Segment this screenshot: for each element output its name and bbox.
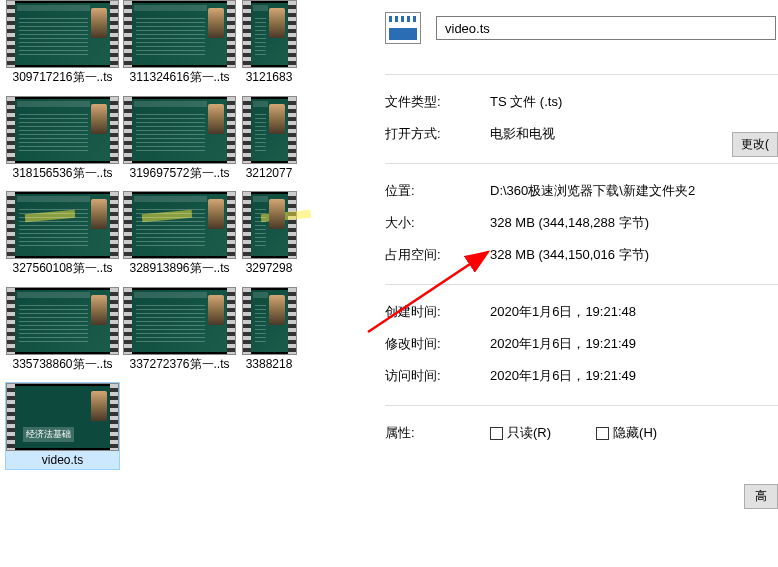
- video-thumbnail: [242, 287, 297, 355]
- video-thumbnail: [6, 287, 119, 355]
- file-explorer-panel: 309717216第一..ts311324616第一..ts3121683318…: [0, 0, 360, 567]
- file-item[interactable]: 319697572第一..ts: [122, 96, 237, 182]
- file-label: 311324616第一..ts: [125, 70, 235, 86]
- video-thumbnail: [242, 0, 297, 68]
- file-label: 319697572第一..ts: [125, 166, 235, 182]
- readonly-checkbox-item[interactable]: 只读(R): [490, 424, 551, 442]
- accessed-value: 2020年1月6日，19:21:49: [490, 367, 778, 385]
- file-label: 327560108第一..ts: [8, 261, 118, 277]
- file-label: 318156536第一..ts: [8, 166, 118, 182]
- created-value: 2020年1月6日，19:21:48: [490, 303, 778, 321]
- modified-label: 修改时间:: [385, 335, 490, 353]
- modified-value: 2020年1月6日，19:21:49: [490, 335, 778, 353]
- file-item[interactable]: 309717216第一..ts: [5, 0, 120, 86]
- video-thumbnail: 经济法基础: [6, 383, 119, 451]
- file-item[interactable]: 经济法基础video.ts: [5, 382, 120, 470]
- file-label: video.ts: [8, 453, 118, 469]
- accessed-label: 访问时间:: [385, 367, 490, 385]
- file-label: 337272376第一..ts: [125, 357, 235, 373]
- video-thumbnail: [6, 96, 119, 164]
- video-thumbnail: [242, 191, 297, 259]
- file-item[interactable]: 3297298: [239, 191, 299, 277]
- hidden-checkbox-item[interactable]: 隐藏(H): [596, 424, 657, 442]
- file-item[interactable]: 318156536第一..ts: [5, 96, 120, 182]
- readonly-checkbox[interactable]: [490, 427, 503, 440]
- video-thumbnail: [123, 287, 236, 355]
- hidden-label: 隐藏(H): [613, 424, 657, 442]
- file-type-label: 文件类型:: [385, 93, 490, 111]
- video-thumbnail: [123, 191, 236, 259]
- file-label: 309717216第一..ts: [8, 70, 118, 86]
- file-item[interactable]: 328913896第一..ts: [122, 191, 237, 277]
- hidden-checkbox[interactable]: [596, 427, 609, 440]
- video-thumbnail: [6, 191, 119, 259]
- advanced-button[interactable]: 高: [744, 484, 778, 509]
- location-value: D:\360极速浏览器下载\新建文件夹2: [490, 182, 778, 200]
- opens-with-label: 打开方式:: [385, 125, 490, 143]
- file-item[interactable]: 337272376第一..ts: [122, 287, 237, 373]
- size-label: 大小:: [385, 214, 490, 232]
- created-label: 创建时间:: [385, 303, 490, 321]
- video-thumbnail: [123, 96, 236, 164]
- file-label: 3121683: [242, 70, 297, 86]
- change-button[interactable]: 更改(: [732, 132, 778, 157]
- file-item[interactable]: 327560108第一..ts: [5, 191, 120, 277]
- attributes-label: 属性:: [385, 424, 490, 442]
- file-type-value: TS 文件 (.ts): [490, 93, 778, 111]
- file-item[interactable]: 3388218: [239, 287, 299, 373]
- location-label: 位置:: [385, 182, 490, 200]
- file-item[interactable]: 311324616第一..ts: [122, 0, 237, 86]
- video-file-icon: [385, 12, 421, 44]
- file-label: 3388218: [242, 357, 297, 373]
- video-thumbnail: [6, 0, 119, 68]
- disk-size-value: 328 MB (344,150,016 字节): [490, 246, 778, 264]
- file-item[interactable]: 3212077: [239, 96, 299, 182]
- readonly-label: 只读(R): [507, 424, 551, 442]
- file-label: 3212077: [242, 166, 297, 182]
- file-item[interactable]: 335738860第一..ts: [5, 287, 120, 373]
- disk-size-label: 占用空间:: [385, 246, 490, 264]
- filename-input[interactable]: [436, 16, 776, 40]
- video-thumbnail: [242, 96, 297, 164]
- file-label: 328913896第一..ts: [125, 261, 235, 277]
- properties-panel: 文件类型: TS 文件 (.ts) 打开方式: 电影和电视 更改( 位置: D:…: [360, 0, 778, 567]
- size-value: 328 MB (344,148,288 字节): [490, 214, 778, 232]
- file-label: 3297298: [242, 261, 297, 277]
- video-thumbnail: [123, 0, 236, 68]
- file-item[interactable]: 3121683: [239, 0, 299, 86]
- file-label: 335738860第一..ts: [8, 357, 118, 373]
